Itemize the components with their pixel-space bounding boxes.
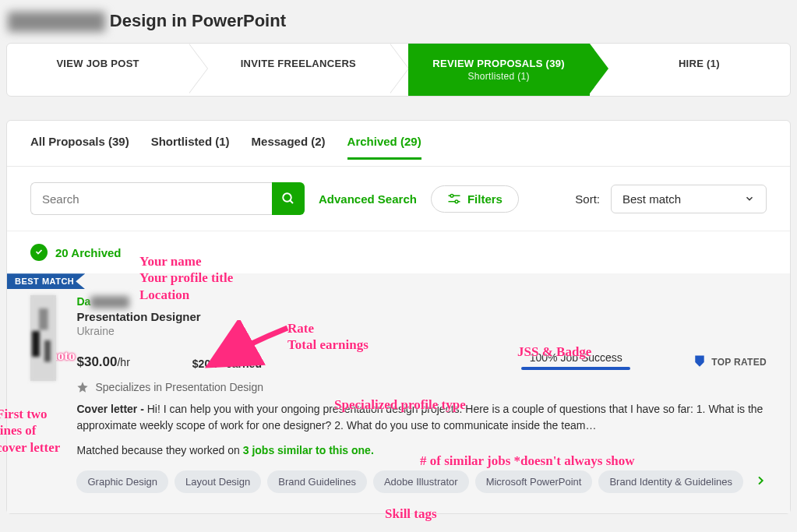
skill-tag[interactable]: Layout Design (175, 470, 261, 493)
tab-all[interactable]: All Proposals (39) (30, 135, 129, 160)
freelancer-name[interactable]: Da█████ (76, 295, 767, 308)
step-review[interactable]: REVIEW PROPOSALS (39) Shortlisted (1) (408, 44, 590, 96)
profile-title: Presentation Designer (76, 310, 767, 323)
archived-summary[interactable]: 20 Archived (7, 231, 790, 273)
similar-jobs-link[interactable]: 3 jobs similar to this one. (243, 444, 374, 456)
chevron-divider (189, 44, 207, 93)
sliders-icon (447, 193, 461, 204)
chevron-divider (590, 44, 608, 93)
best-match-badge: BEST MATCH (7, 273, 85, 289)
svg-point-5 (455, 200, 458, 203)
advanced-search-link[interactable]: Advanced Search (319, 192, 417, 206)
proposal-tabs: All Proposals (39) Shortlisted (1) Messa… (7, 121, 790, 167)
search-button[interactable] (272, 182, 305, 215)
svg-point-0 (283, 193, 291, 202)
sort-select[interactable]: Best match (611, 185, 767, 213)
tab-archived[interactable]: Archived (29) (347, 135, 421, 160)
chevron-divider (390, 44, 408, 93)
filters-button[interactable]: Filters (431, 185, 519, 213)
step-view-job[interactable]: VIEW JOB POST (7, 44, 189, 96)
step-invite[interactable]: INVITE FREELANCERS (207, 44, 389, 96)
skill-tag[interactable]: Brand Guidelines (267, 470, 367, 493)
svg-line-1 (290, 200, 293, 203)
matched-reason: Matched because they worked on 3 jobs si… (76, 444, 767, 456)
search-icon (281, 192, 295, 206)
hourly-rate: $30.00/hr (76, 354, 129, 370)
skills-next-button[interactable] (754, 474, 767, 489)
badge-icon (693, 354, 707, 370)
skill-tag[interactable]: Brand Identity & Guidelines (598, 470, 743, 493)
check-circle-icon (30, 244, 48, 261)
chevron-down-icon (744, 193, 755, 204)
tab-shortlisted[interactable]: Shortlisted (1) (151, 135, 230, 160)
total-earned: $20k+ earned (192, 358, 262, 370)
sort-label: Sort: (575, 192, 600, 206)
search-input[interactable] (30, 182, 272, 215)
chevron-right-icon (754, 474, 767, 487)
progress-steps: VIEW JOB POST INVITE FREELANCERS REVIEW … (6, 43, 791, 97)
specializes-in: Specializes in Presentation Design (95, 381, 263, 393)
step-hire[interactable]: HIRE (1) (608, 44, 790, 96)
avatar[interactable] (30, 295, 56, 381)
skill-tag[interactable]: Graphic Design (76, 470, 168, 493)
job-success: 100% Job Success (521, 351, 630, 370)
cover-letter-preview: Cover letter - Hi! I can help you with y… (76, 401, 767, 433)
tab-messaged[interactable]: Messaged (2) (252, 135, 326, 160)
skill-tag[interactable]: Microsoft PowerPoint (475, 470, 593, 493)
proposal-card[interactable]: BEST MATCH Your name Your profile title … (7, 273, 790, 513)
skill-tags: Graphic Design Layout Design Brand Guide… (76, 470, 767, 493)
annotation: Skill tags (385, 506, 437, 522)
page-title: ████████ Design in PowerPoint (8, 11, 789, 32)
location: Ukraine (76, 325, 767, 337)
skill-tag[interactable]: Adobe Illustrator (373, 470, 469, 493)
title-redacted: ████████ (8, 12, 105, 32)
proposals-panel: All Proposals (39) Shortlisted (1) Messa… (6, 120, 791, 514)
svg-point-3 (450, 195, 453, 198)
top-rated-badge: TOP RATED (693, 354, 767, 370)
star-icon (76, 381, 89, 393)
